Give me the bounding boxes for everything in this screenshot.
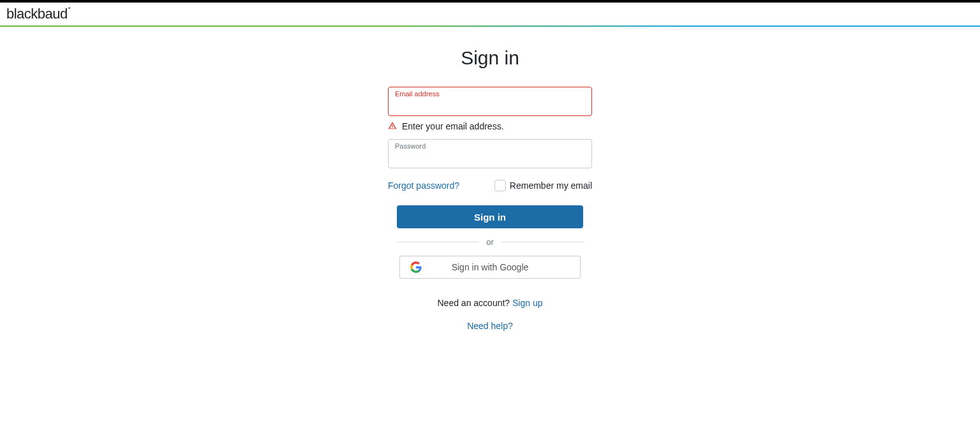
remember-label: Remember my email: [510, 180, 592, 191]
warning-icon: [388, 121, 397, 131]
need-account-text: Need an account?: [437, 298, 512, 308]
page-title: Sign in: [461, 47, 519, 69]
forgot-password-link[interactable]: Forgot password?: [388, 180, 459, 191]
divider-text: or: [479, 237, 501, 247]
remember-wrap: Remember my email: [494, 180, 592, 191]
password-field-wrap[interactable]: Password: [388, 139, 592, 168]
signup-link[interactable]: Sign up: [512, 298, 542, 308]
divider: or: [397, 237, 583, 247]
email-error-text: Enter your email address.: [402, 121, 504, 131]
brand-logo: blackbaud: [6, 6, 68, 22]
password-input[interactable]: [395, 151, 585, 165]
signin-form: Email address Enter your email address. …: [388, 87, 592, 331]
signin-button[interactable]: Sign in: [397, 205, 583, 228]
divider-line-right: [501, 242, 583, 242]
need-account-row: Need an account? Sign up: [388, 298, 592, 308]
google-signin-label: Sign in with Google: [452, 262, 529, 272]
remember-checkbox[interactable]: [494, 180, 506, 191]
email-field-wrap[interactable]: Email address: [388, 87, 592, 116]
header: blackbaud: [0, 3, 980, 26]
signin-content: Sign in Email address Enter your email a…: [0, 27, 980, 331]
need-help-row: Need help?: [388, 321, 592, 331]
divider-line-left: [397, 242, 479, 242]
email-label: Email address: [395, 90, 440, 98]
email-error-row: Enter your email address.: [388, 121, 592, 131]
password-label: Password: [395, 142, 426, 150]
email-input[interactable]: [395, 99, 585, 113]
google-icon: [410, 261, 422, 273]
need-help-link[interactable]: Need help?: [467, 321, 513, 331]
options-row: Forgot password? Remember my email: [388, 180, 592, 191]
google-signin-button[interactable]: Sign in with Google: [399, 256, 581, 279]
